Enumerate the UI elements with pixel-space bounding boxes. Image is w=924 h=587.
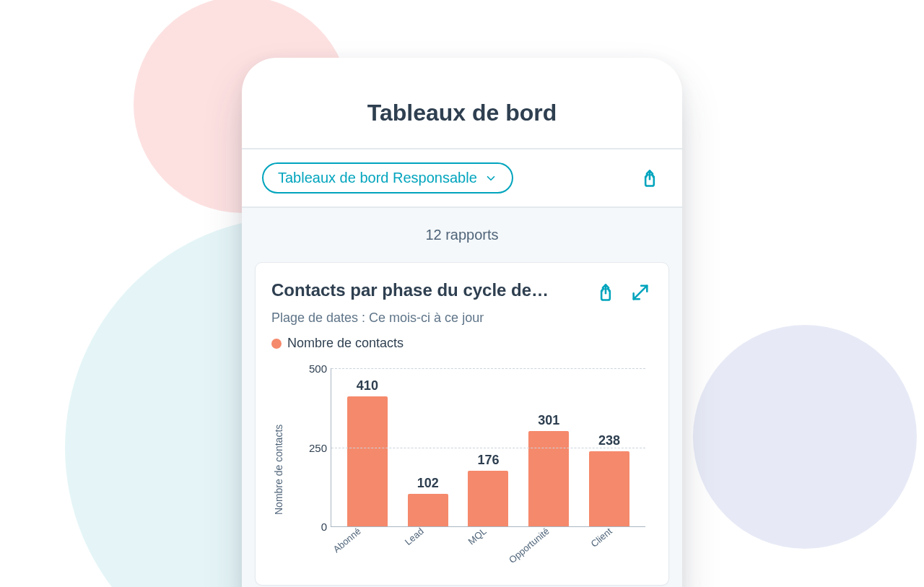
chart-legend: Nombre de contacts — [271, 336, 653, 351]
report-card: Contacts par phase du cycle de… — [255, 262, 669, 586]
chart-bar: 176 — [466, 453, 510, 526]
chart-bar-rect — [528, 431, 569, 526]
bg-circle-lilac — [693, 325, 917, 549]
chart-ytick: 500 — [295, 362, 327, 375]
chart-xtick: Lead — [402, 526, 425, 547]
dashboard-selector-label: Tableaux de bord Responsable — [278, 170, 477, 186]
chevron-down-icon — [484, 172, 497, 185]
chart-bar-value: 301 — [538, 413, 559, 428]
share-icon — [596, 282, 616, 303]
chart-bar: 102 — [406, 476, 450, 526]
chart-bar-rect — [347, 396, 388, 526]
chart-bar-value: 410 — [357, 378, 378, 393]
legend-label: Nombre de contacts — [287, 336, 404, 351]
chart-bar-rect — [408, 494, 448, 526]
device-frame: Tableaux de bord Tableaux de bord Respon… — [242, 58, 682, 587]
chart-ytick: 0 — [295, 521, 327, 533]
toolbar: Tableaux de bord Responsable — [242, 149, 682, 208]
share-button[interactable] — [637, 166, 662, 191]
chart-xtick: Opportunité — [506, 526, 551, 565]
chart-xtick: MQL — [466, 526, 488, 547]
app-header: Tableaux de bord — [242, 58, 682, 149]
chart-xtick: Abonné — [331, 526, 362, 555]
report-expand-button[interactable] — [628, 280, 653, 305]
legend-swatch — [271, 339, 282, 349]
chart-bar-value: 176 — [477, 453, 499, 468]
dashboard-selector-dropdown[interactable]: Tableaux de bord Responsable — [262, 162, 513, 194]
chart: Nombre de contacts 410102176301238 02505… — [271, 361, 653, 578]
chart-bar: 410 — [345, 378, 390, 526]
chart-ytick: 250 — [295, 441, 327, 453]
report-title: Contacts par phase du cycle de… — [271, 280, 583, 300]
chart-bar-rect — [468, 471, 508, 526]
chart-bar: 301 — [526, 413, 571, 526]
chart-bar-rect — [589, 451, 629, 526]
page-title: Tableaux de bord — [242, 100, 682, 126]
chart-plot-area: 410102176301238 0250500AbonnéLeadMQLOppo… — [331, 368, 645, 527]
report-share-button[interactable] — [593, 280, 618, 305]
chart-bar-value: 102 — [417, 476, 439, 491]
report-subtitle: Plage de dates : Ce mois-ci à ce jour — [271, 310, 653, 326]
chart-xtick: Client — [588, 526, 614, 549]
chart-gridline — [331, 368, 645, 369]
content-area: Contacts par phase du cycle de… — [242, 262, 682, 587]
chart-bar-value: 238 — [598, 433, 620, 448]
report-count: 12 rapports — [242, 208, 682, 262]
chart-gridline — [331, 448, 645, 448]
share-icon — [640, 168, 660, 188]
expand-icon — [630, 282, 650, 303]
chart-yaxis-label: Nombre de contacts — [271, 361, 286, 578]
